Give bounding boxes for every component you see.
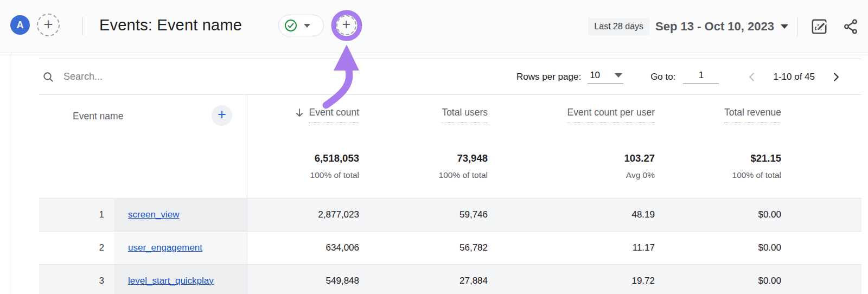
report-header: A + Events: Event name + Last 28 days Se… bbox=[0, 0, 868, 53]
events-table-card: Rows per page: 10 Go to: 1-10 of 45 bbox=[39, 59, 861, 294]
caret-down-icon[interactable] bbox=[781, 24, 788, 29]
customize-report-button[interactable] bbox=[809, 17, 829, 36]
chevron-right-icon bbox=[829, 70, 843, 84]
column-header-total-revenue[interactable]: Total revenue bbox=[618, 107, 781, 123]
share-icon bbox=[842, 18, 859, 35]
row-index: 3 bbox=[39, 265, 107, 294]
date-preset-badge: Last 28 days bbox=[588, 18, 649, 35]
revenue-cell: $0.00 bbox=[618, 265, 781, 294]
table-header-row: Event name + Event count Total users Eve… bbox=[39, 95, 861, 140]
comparison-chip-a[interactable]: A bbox=[10, 15, 30, 35]
total-users-cell: 27,884 bbox=[325, 265, 488, 294]
header-divider bbox=[82, 17, 83, 35]
row-index: 1 bbox=[39, 199, 107, 231]
event-name-link[interactable]: user_engagement bbox=[128, 242, 202, 253]
column-divider bbox=[247, 95, 247, 294]
caret-down-icon bbox=[615, 73, 622, 78]
report-status-dropdown[interactable] bbox=[278, 15, 324, 36]
column-header-event-name[interactable]: Event name bbox=[73, 111, 123, 122]
pagination-range-text: 1-10 of 45 bbox=[773, 72, 815, 82]
date-range-label[interactable]: Sep 13 - Oct 10, 2023 bbox=[655, 20, 774, 34]
pagination-controls: Rows per page: 10 Go to: 1-10 of 45 bbox=[516, 59, 861, 94]
total-users-cell: 56,782 bbox=[325, 232, 488, 264]
chevron-left-icon bbox=[745, 70, 759, 84]
add-comparison-button[interactable]: + bbox=[37, 14, 60, 36]
total-users: 73,948 100% of total bbox=[325, 152, 488, 180]
search-box[interactable] bbox=[39, 71, 225, 84]
header-right-controls: Last 28 days Sep 13 - Oct 10, 2023 bbox=[588, 0, 868, 53]
goto-label: Go to: bbox=[650, 72, 675, 82]
check-circle-icon bbox=[284, 18, 298, 33]
sort-descending-icon bbox=[294, 107, 305, 118]
column-header-total-users[interactable]: Total users bbox=[325, 107, 488, 123]
rows-per-page-select[interactable]: 10 bbox=[588, 70, 623, 84]
share-report-button[interactable] bbox=[841, 17, 860, 36]
header-divider bbox=[797, 17, 797, 36]
ga4-events-report: A + Events: Event name + Last 28 days Se… bbox=[0, 0, 868, 294]
revenue-cell: $0.00 bbox=[618, 199, 781, 231]
event-name-link[interactable]: screen_view bbox=[128, 209, 180, 220]
total-revenue: $21.15 100% of total bbox=[618, 152, 781, 180]
table-row: 1 screen_view 2,877,023 59,746 48.19 $0.… bbox=[39, 198, 861, 231]
table-row: 2 user_engagement 634,006 56,782 11.17 $… bbox=[39, 231, 861, 264]
rows-per-page-value: 10 bbox=[590, 70, 600, 81]
row-index: 2 bbox=[39, 232, 107, 264]
content-edge-divider bbox=[10, 53, 10, 294]
table-body: 1 screen_view 2,877,023 59,746 48.19 $0.… bbox=[39, 198, 861, 294]
table-row: 3 level_start_quickplay 549,848 27,884 1… bbox=[39, 264, 861, 294]
chart-edit-icon bbox=[810, 17, 828, 36]
add-metric-button[interactable]: + bbox=[336, 15, 356, 35]
table-toolbar: Rows per page: 10 Go to: 1-10 of 45 bbox=[39, 59, 861, 95]
search-icon bbox=[42, 71, 55, 84]
plus-icon: + bbox=[342, 17, 351, 32]
plus-icon: + bbox=[43, 16, 53, 33]
previous-page-button[interactable] bbox=[745, 70, 759, 84]
search-input[interactable] bbox=[62, 71, 225, 83]
goto-page-input[interactable] bbox=[683, 69, 719, 84]
next-page-button[interactable] bbox=[829, 70, 843, 84]
total-users-cell: 59,746 bbox=[325, 199, 488, 231]
rows-per-page-label: Rows per page: bbox=[516, 72, 581, 82]
totals-row: 6,518,053 100% of total 73,948 100% of t… bbox=[39, 140, 861, 198]
revenue-cell: $0.00 bbox=[618, 232, 781, 264]
page-title: Events: Event name bbox=[99, 16, 242, 34]
caret-down-icon bbox=[304, 24, 310, 28]
